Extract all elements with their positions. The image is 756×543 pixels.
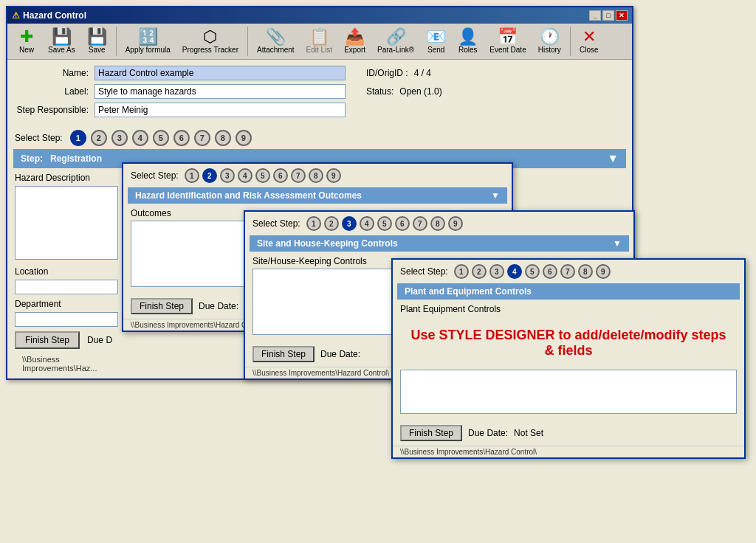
roles-icon: 👤: [458, 29, 478, 45]
c2-step-3[interactable]: 3: [342, 216, 357, 231]
cascade1-step-header: Hazard Identification and Risk Assessmen…: [128, 187, 507, 204]
id-orig-label: ID/OrigID :: [366, 68, 408, 78]
c3-step-1[interactable]: 1: [454, 264, 469, 279]
cascade2-step-header: Site and House-Keeping Controls ▼: [250, 235, 629, 252]
edit-list-button[interactable]: 📋 Edit List: [301, 27, 338, 56]
c2-step-7[interactable]: 7: [413, 216, 427, 231]
close-icon: ✕: [583, 29, 596, 45]
cascade1-dropdown-icon[interactable]: ▼: [491, 190, 500, 201]
step-circle-4[interactable]: 4: [132, 130, 148, 146]
event-date-button[interactable]: 📅 Event Date: [484, 27, 531, 56]
cascade3-path: \\Business Improvements\Hazard Control\: [393, 446, 744, 457]
c1-step-7[interactable]: 7: [291, 168, 306, 183]
cascade2-step-title: Site and House-Keeping Controls: [257, 238, 398, 249]
c1-step-6[interactable]: 6: [273, 168, 288, 183]
finish-step-button-1[interactable]: Finish Step: [15, 331, 80, 349]
step-circle-7[interactable]: 7: [194, 130, 210, 146]
new-button[interactable]: ✚ New: [12, 27, 41, 56]
save-as-label: Save As: [48, 46, 75, 54]
close-label: Close: [580, 46, 599, 54]
c3-step-8[interactable]: 8: [578, 264, 593, 279]
roles-button[interactable]: 👤 Roles: [453, 27, 483, 56]
title-bar: ⚠ Hazard Control _ □ ✕: [7, 7, 632, 24]
edit-list-icon: 📋: [309, 29, 329, 45]
step-circle-6[interactable]: 6: [173, 130, 190, 146]
c1-step-5[interactable]: 5: [255, 168, 270, 183]
label-row: Label: Status: Open (1.0): [15, 84, 625, 99]
event-date-icon: 📅: [498, 29, 518, 45]
c3-step-7[interactable]: 7: [560, 264, 575, 279]
c3-step-9[interactable]: 9: [596, 264, 611, 279]
save-as-button[interactable]: 💾 Save As: [43, 27, 80, 56]
c3-step-6[interactable]: 6: [543, 264, 557, 279]
step-circle-9[interactable]: 9: [236, 130, 252, 146]
c3-step-3[interactable]: 3: [489, 264, 504, 279]
send-icon: 📧: [426, 29, 446, 45]
department-input[interactable]: [15, 312, 118, 327]
cascade3-content: Plant Equipment Controls Use STYLE DESIG…: [393, 300, 744, 421]
para-link-label: Para-Link®: [377, 46, 414, 54]
c2-step-5[interactable]: 5: [377, 216, 392, 231]
name-input[interactable]: [94, 66, 346, 80]
send-button[interactable]: 📧 Send: [421, 27, 451, 56]
step-circle-1[interactable]: 1: [70, 130, 86, 146]
step-circle-2[interactable]: 2: [91, 130, 107, 146]
separator-3: [570, 27, 571, 56]
cascade3-controls-textarea[interactable]: [400, 370, 737, 414]
separator-2: [247, 27, 248, 56]
cascade2-due-label: Due Date:: [320, 349, 360, 359]
label-input[interactable]: [94, 84, 346, 99]
c2-step-6[interactable]: 6: [395, 216, 410, 231]
attachment-icon: 📎: [266, 29, 286, 45]
hazard-desc-textarea[interactable]: [15, 186, 118, 260]
minimize-button[interactable]: _: [589, 10, 601, 21]
close-window-button[interactable]: ✕: [616, 10, 628, 21]
responsible-input[interactable]: [94, 103, 346, 117]
step-dropdown-icon[interactable]: ▼: [607, 152, 619, 165]
cascade3-finish-button[interactable]: Finish Step: [400, 425, 462, 441]
new-label: New: [19, 46, 34, 54]
cascade2-dropdown-icon[interactable]: ▼: [613, 238, 622, 249]
close-button[interactable]: ✕ Close: [574, 27, 604, 56]
finish-row-1: Finish Step Due D: [15, 327, 118, 353]
cascade3-controls-label: Plant Equipment Controls: [400, 304, 737, 314]
c1-step-8[interactable]: 8: [309, 168, 323, 183]
step-circle-3[interactable]: 3: [111, 130, 128, 146]
export-button[interactable]: 📤 Export: [339, 27, 371, 56]
name-label: Name:: [15, 68, 89, 78]
progress-tracker-button[interactable]: ⬡ Progress Tracker: [177, 27, 244, 56]
c1-step-3[interactable]: 3: [220, 168, 235, 183]
para-link-button[interactable]: 🔗 Para-Link®: [372, 27, 419, 56]
c2-step-4[interactable]: 4: [360, 216, 374, 231]
c3-step-4[interactable]: 4: [507, 264, 522, 279]
c1-step-4[interactable]: 4: [238, 168, 252, 183]
history-button[interactable]: 🕐 History: [533, 27, 566, 56]
separator-1: [116, 27, 117, 56]
c2-step-8[interactable]: 8: [430, 216, 445, 231]
c2-step-9[interactable]: 9: [448, 216, 463, 231]
cascade1-finish-button[interactable]: Finish Step: [131, 298, 193, 314]
step-header-title: Step: Registration: [21, 153, 102, 164]
attachment-button[interactable]: 📎 Attachment: [252, 27, 300, 56]
cascade3-select-step-label: Select Step:: [400, 266, 448, 277]
apply-formula-button[interactable]: 🔢 Apply formula: [120, 27, 176, 56]
save-button[interactable]: 💾 Save: [82, 27, 112, 56]
c3-step-5[interactable]: 5: [525, 264, 540, 279]
step-name: Registration: [50, 153, 102, 164]
path-1: \\Business Improvements\Haz...: [15, 353, 118, 374]
hazard-desc-label: Hazard Description: [15, 173, 118, 183]
location-input[interactable]: [15, 280, 118, 294]
history-label: History: [538, 46, 561, 54]
para-link-icon: 🔗: [386, 29, 406, 45]
c3-step-2[interactable]: 2: [472, 264, 487, 279]
c2-step-1[interactable]: 1: [306, 216, 321, 231]
step-circle-5[interactable]: 5: [153, 130, 169, 146]
step-circle-8[interactable]: 8: [215, 130, 231, 146]
style-designer-message: Use STYLE DESIGNER to add/delete/modify …: [400, 317, 737, 370]
c2-step-2[interactable]: 2: [324, 216, 339, 231]
c1-step-2[interactable]: 2: [202, 168, 217, 183]
c1-step-9[interactable]: 9: [326, 168, 341, 183]
c1-step-1[interactable]: 1: [185, 168, 199, 183]
cascade2-finish-button[interactable]: Finish Step: [252, 346, 315, 362]
maximize-button[interactable]: □: [602, 10, 614, 21]
